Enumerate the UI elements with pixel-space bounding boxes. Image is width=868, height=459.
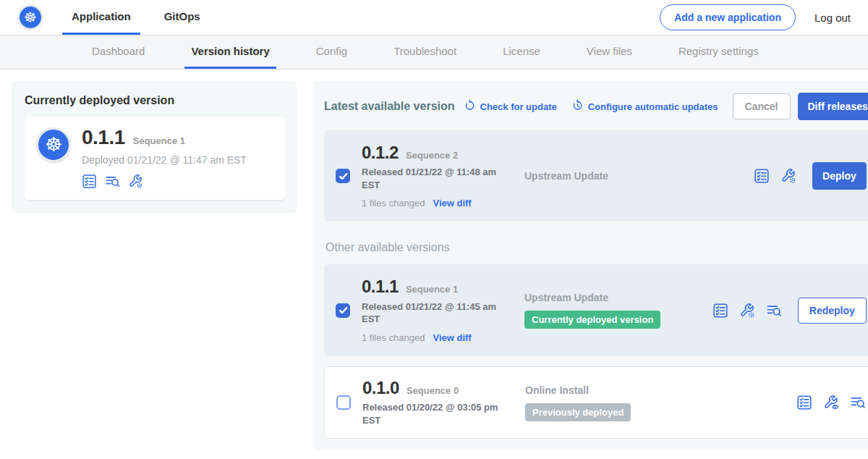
released-timestamp: Released 01/20/22 @ 03:05 pm EST [362,401,507,426]
tab-view-files[interactable]: View files [580,35,639,69]
refresh-icon [464,99,476,114]
files-changed-label: 1 files changed [362,332,425,343]
tab-dashboard[interactable]: Dashboard [85,35,151,69]
other-versions-title: Other available versions [326,241,868,254]
version-number: 0.1.1 [362,277,399,296]
version-checkbox[interactable] [336,169,350,183]
redeploy-button[interactable]: Redeploy [798,298,867,324]
kubernetes-app-icon: ☸ [36,127,71,162]
latest-available-panel: Latest available version Check for updat… [312,81,868,450]
version-number: 0.1.0 [362,379,399,397]
latest-panel-title: Latest available version [324,100,455,113]
version-row: 0.1.2 Sequence 2 Released 01/21/22 @ 11:… [324,130,868,222]
sequence-label: Sequence 0 [407,385,459,396]
version-source-label: Online Install [525,384,796,396]
cancel-button[interactable]: Cancel [733,93,791,119]
main-content: Currently deployed version ☸ 0.1.1 Seque… [0,70,868,450]
clock-arrow-icon [571,99,584,114]
sequence-label: Sequence 1 [406,284,458,295]
tab-version-history[interactable]: Version history [184,35,276,69]
currently-deployed-panel: Currently deployed version ☸ 0.1.1 Seque… [12,81,297,213]
previously-deployed-badge: Previously deployed [525,403,631,421]
view-diff-link[interactable]: View diff [433,198,471,209]
version-number: 0.1.2 [362,143,399,162]
view-diff-link[interactable]: View diff [433,332,471,343]
nav-tab-application[interactable]: Application [62,0,140,35]
logout-button[interactable]: Log out [814,12,851,24]
logs-magnifier-icon[interactable] [850,395,866,410]
wrench-eye-icon[interactable] [823,395,839,410]
checklist-icon[interactable] [82,174,97,189]
tab-troubleshoot[interactable]: Troubleshoot [387,35,463,69]
logs-magnifier-icon[interactable] [766,303,782,319]
primary-tabs: Application GitOps [62,0,224,35]
version-checkbox[interactable] [336,303,350,318]
deployed-panel-title: Currently deployed version [25,94,286,107]
deploy-button[interactable]: Deploy [812,162,867,190]
version-row: 0.1.0 Sequence 0 Released 01/20/22 @ 03:… [324,366,868,439]
tab-license[interactable]: License [496,35,547,69]
check-for-update-link[interactable]: Check for update [464,99,557,114]
checklist-icon[interactable] [754,168,770,184]
tab-registry-settings[interactable]: Registry settings [672,35,765,69]
version-source-label: Upstream Update [524,170,754,182]
deployed-version-number: 0.1.1 [82,127,125,148]
checklist-icon[interactable] [796,395,812,410]
tab-config[interactable]: Config [310,35,354,69]
released-timestamp: Released 01/21/22 @ 11:48 am EST [362,166,506,191]
deployed-timestamp: Deployed 01/21/22 @ 11:47 am EST [82,154,247,166]
add-application-button[interactable]: Add a new application [660,4,796,30]
released-timestamp: Released 01/21/22 @ 11:45 am EST [362,300,506,326]
checklist-icon[interactable] [712,303,728,319]
wrench-gear-icon[interactable] [780,168,796,184]
version-source-label: Upstream Update [524,292,712,303]
logs-magnifier-icon[interactable] [105,174,120,189]
deployed-sequence-label: Sequence 1 [133,135,185,146]
version-checkbox[interactable] [336,395,351,410]
version-row: 0.1.1 Sequence 1 Released 01/21/22 @ 11:… [324,264,868,355]
currently-deployed-badge: Currently deployed version [524,311,660,329]
diff-releases-button[interactable]: Diff releases [798,93,868,120]
kubernetes-logo-icon: ☸ [17,4,43,30]
nav-tab-gitops[interactable]: GitOps [155,0,210,35]
deployed-version-card: ☸ 0.1.1 Sequence 1 Deployed 01/21/22 @ 1… [25,117,286,200]
top-nav: ☸ Application GitOps Add a new applicati… [0,0,868,35]
files-changed-label: 1 files changed [362,198,425,209]
sequence-label: Sequence 2 [406,150,458,161]
wrench-gear-icon[interactable] [128,174,143,189]
wrench-gear-icon[interactable] [739,303,755,319]
configure-automatic-updates-link[interactable]: Configure automatic updates [571,99,718,114]
app-sub-nav: Dashboard Version history Config Trouble… [0,35,868,70]
